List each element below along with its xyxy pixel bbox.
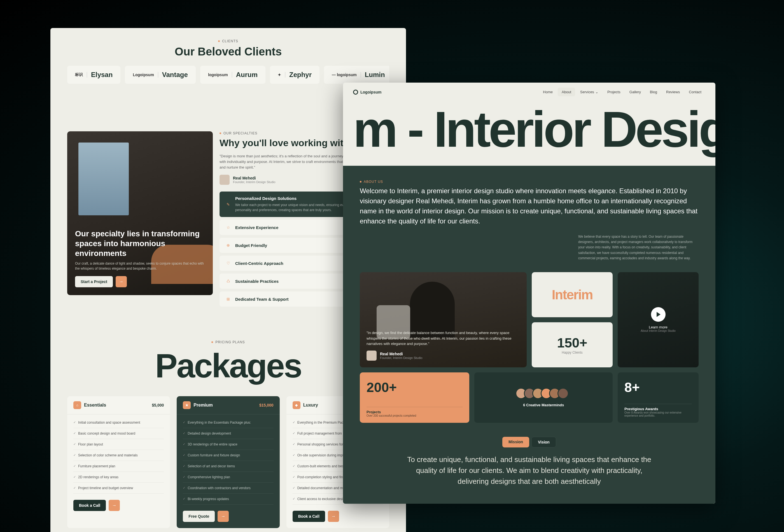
package-feature: Project timeline and budget overview — [73, 483, 164, 494]
packages-grid: ⌂Essentials$5,000Initial consultation an… — [67, 396, 389, 528]
team-avatars — [518, 388, 569, 399]
package-cta-button[interactable]: Book a Call — [73, 500, 106, 511]
right-page: Logoipsum HomeAboutServices⌄ProjectsGall… — [343, 83, 716, 504]
package-icon: ◆ — [292, 401, 301, 409]
package-feature: Custom furniture and fixture design — [183, 450, 273, 461]
package-cta-button[interactable]: Free Quote — [183, 511, 215, 522]
arrow-icon[interactable]: → — [109, 500, 120, 511]
tab-vision[interactable]: Vision — [531, 437, 556, 447]
feature-icon: ♺ — [225, 278, 231, 284]
about-section: ABOUT US Welcome to Interim, a premier i… — [343, 166, 716, 504]
package-feature: Bi-weekly progress updates — [183, 494, 273, 505]
about-intro: Welcome to Interim, a premier interior d… — [360, 186, 699, 226]
package-feature: Initial consultation and space assessmen… — [73, 417, 164, 428]
package-feature: Floor plan layout — [73, 439, 164, 450]
feature-icon: ⊕ — [225, 242, 231, 248]
nav-link-reviews[interactable]: Reviews — [662, 88, 684, 96]
package-icon: ⌂ — [73, 401, 81, 409]
package-card: ⌂Essentials$5,000Initial consultation an… — [67, 396, 170, 528]
clients-row: 标识ElysanLogoipsumVantagelogoipsumAurum✦Z… — [67, 66, 389, 84]
package-card: ★Premium$15,000Everything in the Essenti… — [177, 396, 279, 528]
start-project-button[interactable]: Start a Project — [75, 276, 113, 287]
nav-link-home[interactable]: Home — [539, 88, 557, 96]
stat-awards-card: 8+ Prestigious AwardsOver 8 Awards won s… — [618, 372, 699, 423]
feature-icon: ☆ — [225, 224, 231, 230]
clients-section: CLIENTS Our Beloved Clients 标识ElysanLogo… — [67, 39, 389, 84]
stat-projects-card: 200+ ProjectsOver 200 successful project… — [360, 372, 469, 423]
feature-icon: ♡ — [225, 260, 231, 266]
clients-title: Our Beloved Clients — [67, 45, 389, 58]
package-feature: 3D renderings of the entire space — [183, 439, 273, 450]
video-card[interactable]: Learn more About Interim Design Studio — [618, 272, 699, 367]
nav-link-contact[interactable]: Contact — [685, 88, 705, 96]
package-feature: Basic concept design and mood board — [73, 428, 164, 439]
about-grid: "In design, we find the delicate balance… — [360, 272, 699, 423]
client-item: — logoipsumLumin — [324, 66, 389, 84]
client-item: logoipsumAurum — [200, 66, 265, 84]
package-feature: Comprehensive lighting plan — [183, 472, 273, 483]
specialty-photo-card: Our specialty lies in transforming space… — [67, 131, 213, 295]
tab-mission[interactable]: Mission — [502, 437, 529, 447]
arrow-icon[interactable]: → — [328, 511, 339, 522]
specialties-section: Our specialty lies in transforming space… — [67, 131, 389, 307]
package-feature: Selection of art and decor items — [183, 461, 273, 472]
hero-text: m - Interior Design Stud — [343, 101, 716, 166]
arrow-icon[interactable]: → — [218, 511, 229, 522]
mission-text: To create unique, functional, and sustai… — [403, 454, 655, 487]
package-feature: Coordination with contractors and vendor… — [183, 483, 273, 494]
packages-title: Packages — [67, 346, 389, 385]
about-sub: We believe that every space has a story … — [578, 234, 699, 261]
brand-card: Interim — [532, 272, 613, 317]
nav-link-about[interactable]: About — [558, 88, 575, 96]
package-feature: 2D renderings of key areas — [73, 472, 164, 483]
clients-eyebrow: CLIENTS — [67, 39, 389, 43]
founder-avatar — [220, 175, 230, 185]
founder-avatar — [366, 351, 376, 361]
chevron-down-icon: ⌄ — [595, 90, 598, 94]
team-card: 6 Creative Masterminds — [474, 372, 613, 423]
nav-links: HomeAboutServices⌄ProjectsGalleryBlogRev… — [539, 88, 705, 96]
about-eyebrow: ABOUT US — [360, 180, 699, 184]
nav-logo[interactable]: Logoipsum — [353, 90, 381, 95]
mission-vision-tabs: Mission Vision — [360, 437, 699, 447]
package-feature: Selection of color scheme and materials — [73, 450, 164, 461]
package-feature: Furniture placement plan — [73, 461, 164, 472]
feature-icon: ✎ — [225, 201, 231, 207]
nav-link-gallery[interactable]: Gallery — [625, 88, 645, 96]
package-feature: Detailed design development — [183, 428, 273, 439]
quote-card: "In design, we find the delicate balance… — [360, 272, 527, 367]
arrow-icon[interactable]: → — [116, 276, 127, 287]
client-item: LogoipsumVantage — [125, 66, 195, 84]
package-cta-button[interactable]: Book a Call — [292, 511, 325, 522]
client-item: ✦Zephyr — [270, 66, 319, 84]
photo-heading: Our specialty lies in transforming space… — [75, 229, 205, 258]
nav-link-services[interactable]: Services⌄ — [576, 88, 602, 96]
packages-eyebrow: PRICING PLANS — [67, 340, 389, 344]
top-nav: Logoipsum HomeAboutServices⌄ProjectsGall… — [343, 83, 716, 101]
photo-subtext: Our craft, a delicate dance of light and… — [75, 261, 205, 271]
feature-icon: ⊞ — [225, 296, 231, 302]
client-item: 标识Elysan — [67, 66, 120, 84]
nav-link-projects[interactable]: Projects — [604, 88, 624, 96]
package-feature: Everything in the Essentials Package plu… — [183, 417, 273, 428]
nav-link-blog[interactable]: Blog — [646, 88, 661, 96]
stat-clients-card: 150+ Happy Clients — [532, 322, 613, 367]
packages-section: PRICING PLANS Packages ⌂Essentials$5,000… — [67, 340, 389, 528]
play-icon[interactable] — [651, 307, 666, 322]
package-icon: ★ — [183, 401, 191, 409]
